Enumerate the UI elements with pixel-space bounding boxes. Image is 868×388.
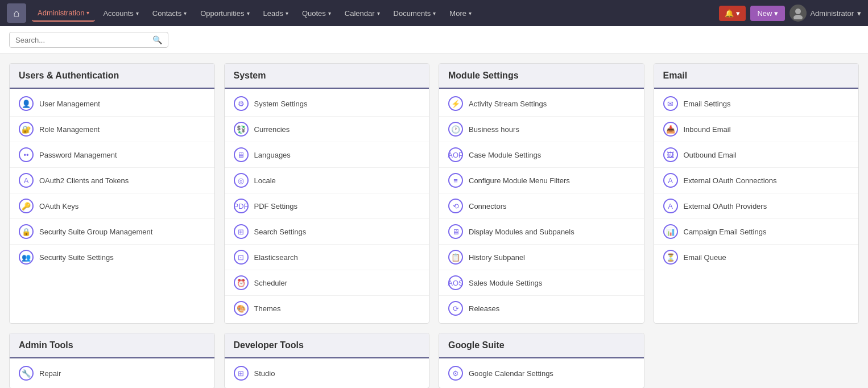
list-item[interactable]: 🕐Business hours <box>439 117 644 142</box>
item-icon: 👤 <box>19 96 34 111</box>
list-item[interactable]: 🖥Display Modules and Subpanels <box>439 219 644 245</box>
item-label: External OAuth Providers <box>684 202 767 210</box>
bottom-cards-row: Admin Tools🔧RepairDeveloper Tools⊞Studio… <box>9 333 859 388</box>
card-header-google-suite: Google Suite <box>439 333 644 358</box>
item-label: Case Module Settings <box>469 151 541 159</box>
list-item[interactable]: ⚙System Settings <box>225 91 429 117</box>
item-icon: ⟳ <box>448 301 463 316</box>
nav-leads[interactable]: Leads ▾ <box>258 6 294 21</box>
item-label: Repair <box>39 369 61 378</box>
list-item[interactable]: 🔒Security Suite Group Management <box>10 219 214 245</box>
list-item[interactable]: 📥Inbound Email <box>654 117 859 142</box>
item-label: PDF Settings <box>254 202 298 210</box>
list-item[interactable]: 🔧Repair <box>10 361 214 386</box>
card-email: Email✉Email Settings📥Inbound Email🖼Outbo… <box>654 63 859 324</box>
item-icon: 🎨 <box>234 301 249 316</box>
item-label: Campaign Email Settings <box>684 228 767 236</box>
search-container: 🔍 <box>9 32 168 48</box>
item-label: OAuth Keys <box>39 202 78 210</box>
card-header-system: System <box>225 64 429 89</box>
item-icon: 🔧 <box>19 366 34 381</box>
item-icon: 🖥 <box>234 147 249 162</box>
new-button[interactable]: New ▾ <box>750 6 785 21</box>
card-header-developer-tools: Developer Tools <box>225 333 429 358</box>
item-label: Business hours <box>469 125 519 134</box>
user-menu[interactable]: Administrator ▾ <box>790 5 861 22</box>
item-label: Email Queue <box>684 253 726 262</box>
list-item[interactable]: ≡Configure Module Menu Filters <box>439 168 644 193</box>
item-icon: 🔑 <box>19 199 34 213</box>
card-header-module-settings: Module Settings <box>439 64 644 89</box>
list-item[interactable]: AOAuth2 Clients and Tokens <box>10 168 214 193</box>
search-input[interactable] <box>15 36 152 44</box>
list-item[interactable]: AOSSales Module Settings <box>439 270 644 296</box>
list-item[interactable]: ⊞Studio <box>225 361 429 386</box>
list-item[interactable]: 🖥Languages <box>225 142 429 168</box>
list-item[interactable]: 💱Currencies <box>225 117 429 142</box>
list-item[interactable]: 🖼Outbound Email <box>654 142 859 168</box>
main-content: Users & Authentication👤User Management🔐R… <box>0 54 868 388</box>
item-icon: ⊞ <box>234 224 249 239</box>
list-item[interactable]: 📋History Subpanel <box>439 245 644 270</box>
nav-quotes[interactable]: Quotes ▾ <box>296 6 337 21</box>
list-item[interactable]: ⊞Search Settings <box>225 219 429 245</box>
list-item[interactable]: ⊡Elasticsearch <box>225 245 429 270</box>
list-item[interactable]: PDFPDF Settings <box>225 193 429 219</box>
item-label: Security Suite Settings <box>39 253 114 262</box>
item-icon: A <box>663 173 678 188</box>
list-item[interactable]: ⚡Activity Stream Settings <box>439 91 644 117</box>
list-item[interactable]: ••Password Management <box>10 142 214 168</box>
list-item[interactable]: AExternal OAuth Providers <box>654 193 859 219</box>
nav-accounts[interactable]: Accounts ▾ <box>97 6 144 21</box>
item-icon: ⟲ <box>448 199 463 213</box>
item-icon: ✉ <box>663 96 678 111</box>
list-item[interactable]: ⟳Releases <box>439 296 644 321</box>
home-button[interactable]: ⌂ <box>7 3 26 23</box>
list-item[interactable]: 👤User Management <box>10 91 214 117</box>
item-icon: ⚡ <box>448 96 463 111</box>
list-item[interactable]: 🔑OAuth Keys <box>10 193 214 219</box>
item-label: System Settings <box>254 100 308 108</box>
search-row: 🔍 <box>0 26 868 54</box>
list-item[interactable]: ⏳Email Queue <box>654 245 859 270</box>
top-cards-row: Users & Authentication👤User Management🔐R… <box>9 63 859 324</box>
nav-opportunities[interactable]: Opportunities ▾ <box>195 6 255 21</box>
item-label: History Subpanel <box>469 253 525 262</box>
card-body-google-suite: ⚙Google Calendar Settings <box>439 358 644 388</box>
list-item[interactable]: 🔐Role Management <box>10 117 214 142</box>
list-item[interactable]: ⏰Scheduler <box>225 270 429 296</box>
item-label: Email Settings <box>684 100 731 108</box>
item-icon: AOP <box>448 147 463 162</box>
list-item[interactable]: ⟲Connectors <box>439 193 644 219</box>
item-label: Elasticsearch <box>254 253 298 262</box>
item-label: Configure Module Menu Filters <box>469 176 570 185</box>
item-label: Sales Module Settings <box>469 279 542 287</box>
notifications-button[interactable]: 🔔 ▾ <box>719 6 746 21</box>
list-item[interactable]: 📊Campaign Email Settings <box>654 219 859 245</box>
list-item[interactable]: 🎨Themes <box>225 296 429 321</box>
nav-more[interactable]: More ▾ <box>444 6 477 21</box>
item-icon: 🕐 <box>448 122 463 137</box>
nav-administration[interactable]: Administration ▾ <box>32 5 95 22</box>
item-label: Role Management <box>39 125 100 134</box>
card-body-developer-tools: ⊞Studio <box>225 358 429 388</box>
list-item[interactable]: ◎Locale <box>225 168 429 193</box>
list-item[interactable]: AOPCase Module Settings <box>439 142 644 168</box>
item-label: Studio <box>254 369 275 378</box>
nav-contacts[interactable]: Contacts ▾ <box>147 6 192 21</box>
card-developer-tools: Developer Tools⊞Studio <box>224 333 430 388</box>
item-label: Outbound Email <box>684 151 737 159</box>
card-module-settings: Module Settings⚡Activity Stream Settings… <box>439 63 644 324</box>
list-item[interactable]: 👥Security Suite Settings <box>10 245 214 270</box>
item-label: User Management <box>39 100 100 108</box>
svg-point-1 <box>793 15 803 19</box>
item-label: External OAuth Connections <box>684 176 777 185</box>
card-system: System⚙System Settings💱Currencies🖥Langua… <box>224 63 430 324</box>
nav-documents[interactable]: Documents ▾ <box>388 6 442 21</box>
list-item[interactable]: ✉Email Settings <box>654 91 859 117</box>
list-item[interactable]: AExternal OAuth Connections <box>654 168 859 193</box>
nav-calendar[interactable]: Calendar ▾ <box>339 6 386 21</box>
bell-icon: 🔔 <box>725 9 734 18</box>
list-item[interactable]: ⚙Google Calendar Settings <box>439 361 644 386</box>
item-icon: •• <box>19 147 34 162</box>
